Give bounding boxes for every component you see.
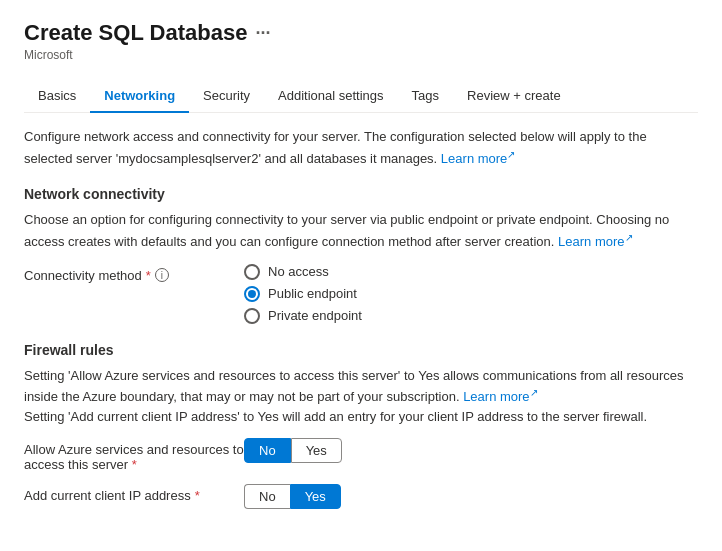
page-subtitle: Microsoft xyxy=(24,48,698,62)
more-options-icon[interactable]: ··· xyxy=(255,23,270,44)
radio-circle-public xyxy=(244,286,260,302)
external-link-icon2: ↗ xyxy=(625,232,633,243)
connectivity-learn-more-link[interactable]: Learn more↗ xyxy=(558,234,632,249)
allow-azure-no-button[interactable]: No xyxy=(244,438,291,463)
intro-learn-more-link[interactable]: Learn more↗ xyxy=(441,151,515,166)
tabs-bar: Basics Networking Security Additional se… xyxy=(24,80,698,113)
tab-additional-settings[interactable]: Additional settings xyxy=(264,80,398,113)
external-link-icon3: ↗ xyxy=(530,387,538,398)
tab-basics[interactable]: Basics xyxy=(24,80,90,113)
add-ip-toggle: No Yes xyxy=(244,484,341,509)
intro-description: Configure network access and connectivit… xyxy=(24,127,698,168)
page-title: Create SQL Database xyxy=(24,20,247,46)
add-ip-row: Add current client IP address * No Yes xyxy=(24,484,698,509)
tab-review-create[interactable]: Review + create xyxy=(453,80,575,113)
radio-private-endpoint[interactable]: Private endpoint xyxy=(244,308,362,324)
radio-public-endpoint[interactable]: Public endpoint xyxy=(244,286,362,302)
add-ip-no-button[interactable]: No xyxy=(244,484,290,509)
radio-dot-public xyxy=(248,290,256,298)
add-ip-label: Add current client IP address * xyxy=(24,484,244,503)
firewall-learn-more-link[interactable]: Learn more↗ xyxy=(463,389,537,404)
required-indicator: * xyxy=(146,268,151,283)
allow-azure-label: Allow Azure services and resources to ac… xyxy=(24,438,244,472)
connectivity-description: Choose an option for configuring connect… xyxy=(24,210,698,251)
radio-no-access[interactable]: No access xyxy=(244,264,362,280)
page-header: Create SQL Database ··· Microsoft xyxy=(24,20,698,62)
allow-azure-row: Allow Azure services and resources to ac… xyxy=(24,438,698,472)
allow-azure-yes-button[interactable]: Yes xyxy=(291,438,342,463)
add-ip-yes-button[interactable]: Yes xyxy=(290,484,341,509)
firewall-rules-heading: Firewall rules xyxy=(24,342,698,358)
tab-security[interactable]: Security xyxy=(189,80,264,113)
radio-circle-no-access xyxy=(244,264,260,280)
info-icon[interactable]: i xyxy=(155,268,169,282)
tab-tags[interactable]: Tags xyxy=(398,80,453,113)
radio-circle-private xyxy=(244,308,260,324)
tab-networking[interactable]: Networking xyxy=(90,80,189,113)
allow-azure-toggle: No Yes xyxy=(244,438,342,463)
add-ip-required: * xyxy=(195,488,200,503)
connectivity-method-row: Connectivity method * i No access Public… xyxy=(24,264,698,324)
external-link-icon: ↗ xyxy=(507,149,515,160)
connectivity-method-label: Connectivity method * i xyxy=(24,264,244,283)
firewall-description: Setting 'Allow Azure services and resour… xyxy=(24,366,698,427)
allow-azure-required: * xyxy=(132,457,137,472)
connectivity-radio-group: No access Public endpoint Private endpoi… xyxy=(244,264,362,324)
network-connectivity-heading: Network connectivity xyxy=(24,186,698,202)
